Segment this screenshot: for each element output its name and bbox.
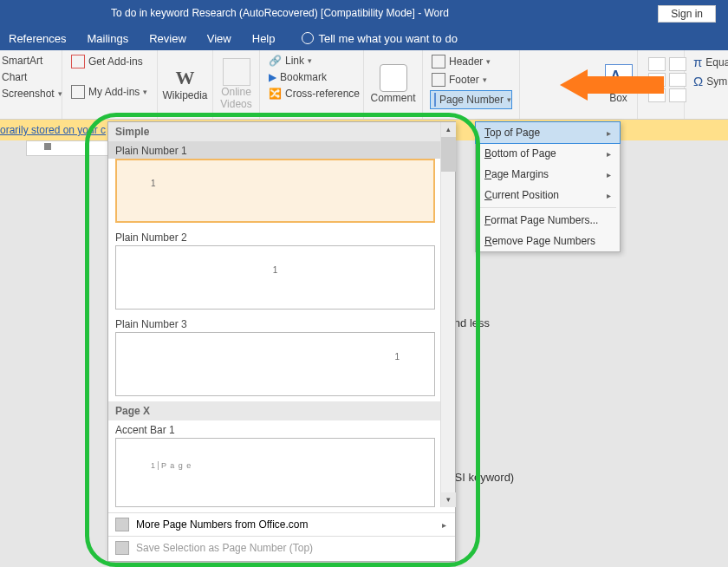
bookmark-button[interactable]: ▶Bookmark: [267, 70, 356, 84]
header-button[interactable]: Header: [430, 54, 512, 69]
save-selection: Save Selection as Page Number (Top): [108, 536, 455, 559]
menu-current-position[interactable]: Current Position▸: [476, 185, 620, 205]
footer-icon: [432, 73, 445, 87]
chart-button[interactable]: Chart: [0, 70, 55, 84]
screenshot-button[interactable]: Screenshot: [0, 87, 55, 101]
gallery-scrollbar[interactable]: ▴ ▾: [440, 122, 455, 507]
symbol-button[interactable]: ΩSymb: [692, 73, 721, 89]
scroll-thumb[interactable]: [441, 137, 456, 172]
bookmark-icon: ▶: [269, 71, 276, 83]
tab-help[interactable]: Help: [252, 32, 276, 45]
chevron-right-icon: ▸: [607, 128, 611, 138]
annotation-arrow: [560, 69, 664, 101]
wikipedia-button[interactable]: W Wikipedia: [160, 54, 209, 114]
omega-icon: Ω: [693, 74, 703, 88]
tab-mailings[interactable]: Mailings: [87, 32, 128, 45]
gallery-item-plain-1[interactable]: 1: [115, 159, 435, 223]
tab-references[interactable]: References: [9, 32, 66, 45]
scroll-up-button[interactable]: ▴: [441, 122, 456, 137]
smartart-button[interactable]: SmartArt: [0, 54, 55, 68]
video-icon: [223, 58, 250, 86]
gallery-item-plain-2-label: Plain Number 2: [108, 228, 442, 245]
gallery-item-plain-3-label: Plain Number 3: [108, 315, 442, 332]
sign-in-button[interactable]: Sign in: [658, 5, 716, 23]
wikipedia-icon: W: [176, 67, 195, 89]
footer-button[interactable]: Footer: [430, 72, 512, 88]
document-title: To do in keyword Research (AutoRecovered…: [111, 7, 449, 19]
my-addins-button[interactable]: My Add-ins: [69, 84, 150, 100]
page-number-icon: [434, 93, 436, 107]
gallery-item-accent-1-label: Accent Bar 1: [108, 420, 442, 438]
link-icon: 🔗: [269, 55, 282, 67]
store-icon: [71, 55, 85, 68]
chevron-right-icon: ▸: [442, 520, 446, 530]
menu-bottom-of-page[interactable]: Bottom of Page▸: [476, 143, 620, 164]
signature-button[interactable]: [669, 73, 686, 87]
cross-reference-button[interactable]: 🔀Cross-reference: [267, 87, 356, 101]
gallery-section-pagex: Page X: [108, 401, 442, 420]
menu-top-of-page[interactable]: Top of Page▸: [475, 121, 621, 144]
more-page-numbers[interactable]: More Page Numbers from Office.com ▸: [108, 512, 455, 536]
title-bar: To do in keyword Research (AutoRecovered…: [0, 0, 728, 26]
link-button[interactable]: 🔗Link: [267, 54, 356, 68]
header-icon: [432, 55, 445, 68]
save-icon: [115, 541, 129, 555]
tell-me-label: Tell me what you want to do: [319, 32, 458, 45]
comment-button[interactable]: Comment: [369, 54, 418, 114]
tell-me-search[interactable]: Tell me what you want to do: [302, 32, 458, 45]
gallery-item-plain-3[interactable]: 1: [115, 332, 435, 396]
menu-page-margins[interactable]: Page Margins▸: [476, 164, 620, 185]
gallery-item-plain-2[interactable]: 1: [115, 245, 435, 310]
chevron-right-icon: ▸: [607, 149, 611, 159]
scroll-down-button[interactable]: ▾: [441, 492, 456, 507]
page-number-gallery: ▴ ▾ Simple Plain Number 1 1 Plain Number…: [107, 121, 456, 562]
addins-icon: [71, 85, 85, 99]
tab-review[interactable]: Review: [149, 32, 186, 45]
chevron-right-icon: ▸: [607, 191, 611, 200]
tab-view[interactable]: View: [207, 32, 231, 45]
bulb-icon: [302, 32, 314, 44]
ribbon-tabs: References Mailings Review View Help Tel…: [0, 26, 728, 50]
chevron-right-icon: ▸: [607, 170, 611, 179]
gallery-section-simple: Simple: [108, 122, 442, 141]
gallery-item-accent-1[interactable]: 1P a g e: [115, 438, 435, 507]
page-number-menu: Top of Page▸ Bottom of Page▸ Page Margin…: [475, 121, 621, 252]
get-addins-button[interactable]: Get Add-ins: [69, 54, 150, 69]
page-number-button[interactable]: Page Number: [430, 90, 512, 109]
gallery-item-plain-1-label: Plain Number 1: [108, 141, 442, 159]
wordart-button[interactable]: [669, 57, 686, 71]
comment-icon: [380, 64, 407, 92]
menu-format-page-numbers[interactable]: Format Page Numbers...: [476, 210, 620, 231]
equation-button[interactable]: πEquat: [692, 54, 721, 70]
crossref-icon: 🔀: [269, 88, 282, 100]
menu-remove-page-numbers[interactable]: Remove Page Numbers: [476, 231, 620, 251]
pi-icon: π: [693, 55, 702, 69]
object-button[interactable]: [669, 88, 686, 102]
office-icon: [115, 518, 129, 531]
online-videos-button[interactable]: Online Videos: [218, 54, 253, 114]
